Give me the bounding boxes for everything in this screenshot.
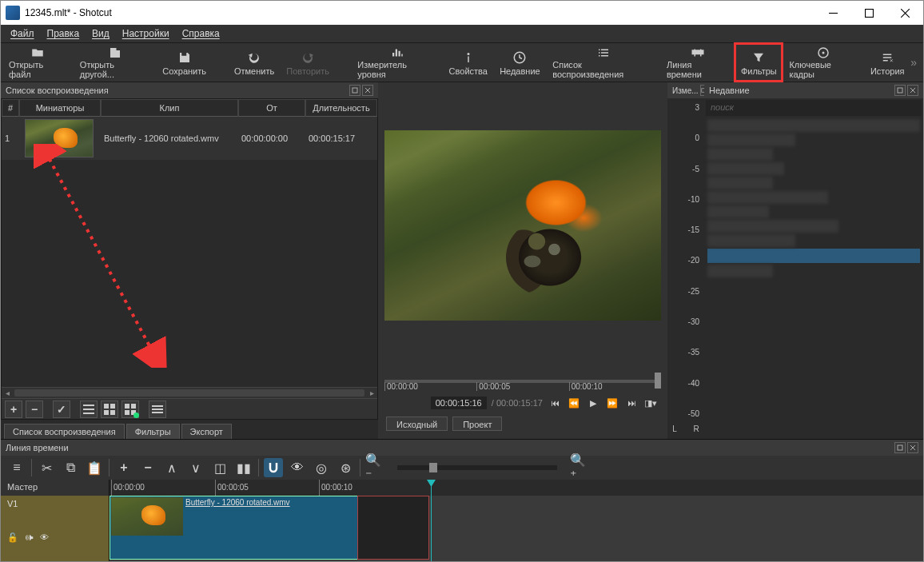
close-button[interactable]: [887, 1, 923, 25]
playlist-view-tiles-button[interactable]: [101, 401, 118, 418]
timeline-ruler[interactable]: 00:00:00 00:00:05 00:00:10: [110, 480, 923, 496]
tab-export[interactable]: Экспорт: [181, 424, 232, 439]
row-num: 1: [2, 117, 19, 160]
fastfwd-icon[interactable]: ⏩: [605, 396, 619, 410]
playlist-table-header: # Миниатюры Клип От Длительность: [2, 99, 377, 117]
tab-filters[interactable]: Фильтры: [126, 424, 180, 439]
maximize-button[interactable]: [851, 1, 887, 25]
panel-close-icon[interactable]: [907, 442, 918, 453]
panel-close-icon[interactable]: [907, 85, 918, 96]
timeline-clip-aux[interactable]: [357, 496, 429, 560]
insert-icon[interactable]: ∨: [186, 458, 205, 477]
scrub-icon[interactable]: 👁: [288, 458, 307, 477]
play-icon[interactable]: ▶: [586, 396, 600, 410]
tab-source[interactable]: Исходный: [386, 417, 448, 431]
tick: 00:00:00: [384, 382, 418, 391]
zoom-out-icon[interactable]: 🔍⁻: [365, 458, 384, 477]
undo-button[interactable]: Отменить: [228, 43, 280, 82]
ripple-all-icon[interactable]: ⊛: [336, 458, 355, 477]
menu-edit[interactable]: Правка: [41, 26, 86, 41]
playlist-button[interactable]: Список воспроизведения: [546, 43, 660, 82]
meter-title: Изме...: [672, 86, 699, 95]
overwrite-icon[interactable]: ◫: [210, 458, 229, 477]
open-other-button[interactable]: Открыть другой...: [74, 43, 157, 82]
video-preview[interactable]: [384, 130, 661, 321]
skip-start-icon[interactable]: ⏮: [548, 396, 562, 410]
append-icon[interactable]: +: [114, 458, 133, 477]
rewind-icon[interactable]: ⏪: [567, 396, 581, 410]
svg-rect-15: [125, 404, 129, 409]
zoom-fit-icon[interactable]: ◨▾: [643, 396, 658, 410]
recent-button[interactable]: Недавние: [494, 43, 547, 82]
peak-meter-button[interactable]: Измеритель уровня: [351, 43, 443, 82]
playlist-view-icons-button[interactable]: [121, 401, 139, 418]
playlist-scrollbar[interactable]: ◂▸: [2, 387, 377, 398]
tab-project[interactable]: Проект: [452, 417, 502, 431]
player-scrub-track[interactable]: 00:00:00 00:00:05 00:00:10: [384, 370, 661, 391]
menu-view[interactable]: Вид: [86, 26, 116, 41]
panel-close-icon[interactable]: [362, 85, 373, 96]
menu-settings[interactable]: Настройки: [116, 26, 176, 41]
skip-end-icon[interactable]: ⏭: [624, 396, 639, 410]
playhead[interactable]: [431, 480, 432, 561]
col-thumb[interactable]: Миниатюры: [19, 99, 101, 117]
playlist-remove-button[interactable]: −: [26, 401, 43, 418]
track-header-v1[interactable]: V1 🔓 🕪 👁: [1, 496, 109, 561]
split-icon[interactable]: ▮▮: [234, 458, 253, 477]
svg-rect-13: [104, 410, 109, 415]
tick: 00:00:10: [569, 382, 603, 391]
playlist-row[interactable]: 1 Butterfly - 12060 rotated.wmv 00:00:00…: [2, 117, 377, 160]
clip-label: Butterfly - 12060 rotated.wmv: [185, 498, 290, 507]
zoom-slider[interactable]: [397, 465, 557, 470]
audio-meter: 30-5-10-15-20-25-30-35-40-50: [667, 98, 704, 423]
clip-thumbnail: [111, 497, 183, 536]
recent-item-selected[interactable]: [707, 249, 920, 263]
col-clip[interactable]: Клип: [101, 99, 238, 117]
col-dur[interactable]: Длительность: [305, 99, 377, 117]
col-from[interactable]: От: [238, 99, 305, 117]
panel-undock-icon[interactable]: [894, 85, 906, 96]
minimize-button[interactable]: [815, 1, 851, 25]
panel-undock-icon[interactable]: [349, 85, 360, 96]
filters-button[interactable]: Фильтры: [735, 43, 783, 82]
svg-rect-23: [898, 88, 902, 93]
panel-undock-icon[interactable]: [894, 442, 906, 453]
remove-icon[interactable]: −: [138, 458, 157, 477]
history-button[interactable]: История: [864, 43, 910, 82]
mute-icon[interactable]: 🕪: [25, 532, 34, 543]
hide-icon[interactable]: 👁: [40, 532, 49, 543]
playlist-menu-button[interactable]: [149, 401, 166, 418]
playlist-body[interactable]: [2, 160, 377, 387]
master-track-header[interactable]: Мастер: [1, 480, 109, 496]
copy-icon[interactable]: ⧉: [61, 458, 80, 477]
svg-rect-6: [352, 88, 357, 93]
paste-icon[interactable]: 📋: [85, 458, 104, 477]
playlist-update-button[interactable]: ✓: [53, 401, 70, 418]
keyframes-button[interactable]: Ключевые кадры: [783, 43, 864, 82]
svg-rect-9: [83, 409, 94, 410]
svg-line-7: [46, 152, 153, 353]
properties-button[interactable]: Свойства: [443, 43, 494, 82]
redo-button[interactable]: Повторить: [281, 43, 336, 82]
tl-menu-icon[interactable]: ≡: [7, 458, 26, 477]
zoom-in-icon[interactable]: 🔍⁺: [570, 458, 589, 477]
snap-icon[interactable]: [264, 458, 283, 477]
toolbar-overflow-icon[interactable]: »: [910, 56, 922, 69]
cut-icon[interactable]: ✂: [37, 458, 56, 477]
col-num[interactable]: #: [2, 99, 19, 117]
tab-playlist[interactable]: Список воспроизведения: [4, 424, 125, 439]
lift-icon[interactable]: ∧: [162, 458, 181, 477]
playlist-view-detail-button[interactable]: [80, 401, 98, 418]
recent-search-input[interactable]: поиск: [706, 100, 922, 116]
lock-icon[interactable]: 🔓: [7, 532, 18, 543]
meter-r: R: [693, 424, 699, 437]
open-file-button[interactable]: Открыть файл: [2, 43, 74, 82]
ripple-icon[interactable]: ◎: [312, 458, 331, 477]
menu-file[interactable]: Файл: [4, 26, 41, 41]
recent-list[interactable]: [704, 118, 923, 439]
timeline-button[interactable]: Линия времени: [660, 43, 735, 82]
save-button[interactable]: Сохранить: [157, 43, 213, 82]
current-timecode[interactable]: 00:00:15:16: [431, 397, 487, 409]
menu-help[interactable]: Справка: [176, 26, 226, 41]
playlist-add-button[interactable]: +: [5, 401, 22, 418]
